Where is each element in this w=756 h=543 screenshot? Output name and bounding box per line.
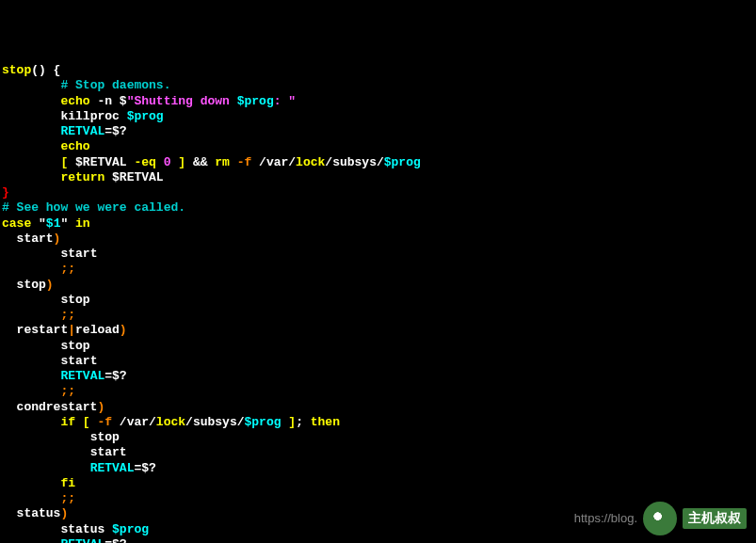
label-reload: reload bbox=[75, 323, 120, 337]
var-prog: $prog bbox=[245, 415, 281, 429]
watermark-logo-icon bbox=[643, 502, 677, 535]
code-block: stop() { # Stop daemons. echo -n $"Shutt… bbox=[2, 63, 754, 543]
label-stop: stop bbox=[2, 278, 46, 292]
zero: 0 bbox=[156, 155, 171, 169]
paren: ) bbox=[46, 278, 54, 292]
lock: lock bbox=[296, 155, 325, 169]
var-prog: $prog bbox=[127, 109, 164, 123]
semi: ; bbox=[296, 415, 303, 429]
echo: echo bbox=[60, 139, 89, 153]
echo: echo bbox=[60, 94, 89, 108]
keyword-stop: stop bbox=[2, 63, 31, 77]
call-status: status bbox=[60, 522, 112, 536]
retval-var: $RETVAL bbox=[105, 170, 163, 184]
return: return bbox=[60, 170, 105, 184]
then: then bbox=[303, 415, 340, 429]
assign: =$? bbox=[105, 369, 126, 383]
case-end: ;; bbox=[60, 491, 75, 505]
killproc: killproc bbox=[60, 109, 126, 123]
paren: ) bbox=[60, 506, 68, 520]
path: /var/ bbox=[251, 155, 296, 169]
lock: lock bbox=[156, 415, 185, 429]
if: if bbox=[60, 415, 75, 429]
in: in bbox=[68, 216, 89, 231]
var-prog: $prog bbox=[112, 522, 149, 536]
quote: " bbox=[31, 216, 46, 231]
call-start: start bbox=[60, 354, 97, 368]
call-stop: stop bbox=[90, 430, 120, 444]
watermark-url: https://blog. bbox=[574, 511, 637, 526]
label-condrestart: condrestart bbox=[2, 400, 97, 414]
pipe: | bbox=[68, 323, 75, 337]
bracket: [ bbox=[75, 415, 90, 429]
label-restart: restart bbox=[2, 323, 68, 337]
paren: ) bbox=[120, 323, 127, 337]
retval: RETVAL bbox=[60, 537, 105, 543]
and: && bbox=[193, 155, 208, 169]
assign: =$? bbox=[134, 461, 155, 475]
watermark-brand: 主机叔叔 bbox=[683, 508, 747, 529]
flag: -n $ bbox=[90, 94, 127, 108]
path: /subsys/ bbox=[185, 415, 244, 429]
string: "Shutting down bbox=[127, 94, 237, 108]
retval: RETVAL bbox=[60, 369, 105, 383]
paren: ) bbox=[97, 400, 105, 414]
brace-close: } bbox=[2, 185, 9, 200]
case-end: ;; bbox=[60, 308, 75, 322]
paren: ) bbox=[54, 232, 61, 246]
comment: # Stop daemons. bbox=[60, 78, 170, 92]
call-start: start bbox=[60, 247, 97, 261]
bracket: ] bbox=[170, 155, 192, 169]
assign: =$? bbox=[105, 124, 126, 138]
retval: $RETVAL bbox=[68, 155, 134, 169]
call-start: start bbox=[90, 445, 127, 459]
retval: RETVAL bbox=[90, 461, 135, 475]
var-prog: $prog bbox=[384, 155, 421, 169]
rm: rm bbox=[207, 155, 229, 169]
assign: =$? bbox=[105, 537, 126, 543]
op-eq: -eq bbox=[134, 155, 155, 169]
call-stop: stop bbox=[60, 293, 89, 307]
path: /subsys/ bbox=[325, 155, 383, 169]
case: case bbox=[2, 216, 31, 231]
bracket: ] bbox=[281, 415, 297, 429]
call-stop: stop bbox=[60, 339, 89, 353]
watermark: https://blog. 主机叔叔 bbox=[574, 502, 747, 535]
retval: RETVAL bbox=[60, 124, 105, 138]
case-end: ;; bbox=[60, 262, 75, 276]
comment: # See how we were called. bbox=[2, 200, 185, 215]
path: /var/ bbox=[112, 415, 156, 429]
var-prog: $prog bbox=[237, 94, 274, 108]
paren-brace: () { bbox=[31, 63, 60, 77]
label-status: status bbox=[2, 506, 60, 520]
fi: fi bbox=[60, 476, 75, 490]
case-end: ;; bbox=[60, 384, 75, 398]
flag-f: -f bbox=[230, 155, 251, 169]
var-1: $1 bbox=[46, 216, 61, 231]
label-start: start bbox=[2, 232, 54, 246]
flag-f: -f bbox=[90, 415, 112, 429]
string: : " bbox=[274, 94, 296, 108]
